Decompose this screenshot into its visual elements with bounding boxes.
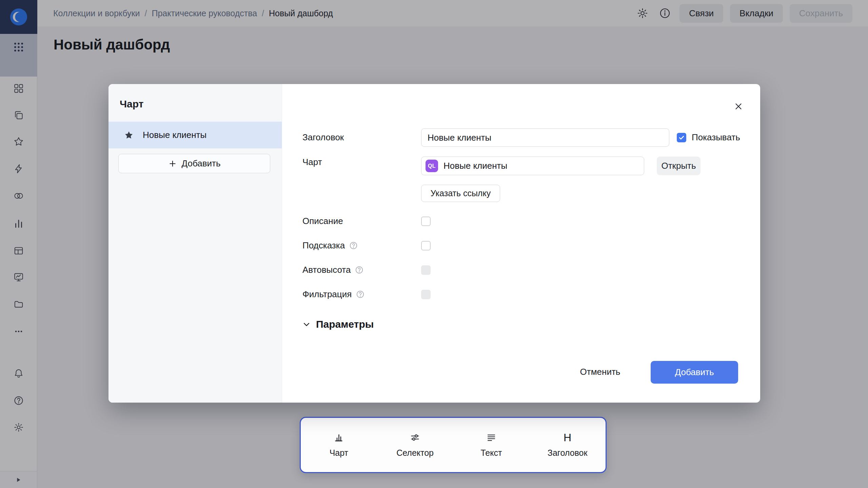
specify-link-button[interactable]: Указать ссылку [421, 185, 500, 202]
toolbar-item-selector[interactable]: Селектор [377, 418, 453, 472]
title-field-label: Заголовок [302, 132, 344, 143]
description-checkbox[interactable] [421, 217, 431, 226]
chart-field-label: Чарт [302, 157, 322, 167]
filtering-label: Фильтрация [302, 289, 365, 300]
heading-icon: H [564, 432, 571, 443]
params-section-title: Параметры [316, 319, 374, 330]
autoheight-label-text: Автовысота [302, 265, 351, 275]
widget-list-item-selected[interactable]: Новые клиенты [108, 122, 282, 148]
plus-icon [168, 159, 177, 168]
check-icon [678, 134, 685, 141]
show-title-control: Показывать [677, 132, 740, 143]
autoheight-label: Автовысота [302, 265, 364, 275]
show-title-checkbox-label: Показывать [692, 132, 740, 143]
tooltip-checkbox[interactable] [421, 241, 431, 250]
open-chart-button[interactable]: Открыть [657, 157, 701, 175]
chart-select-field[interactable]: QL Новые клиенты [421, 157, 644, 175]
autoheight-help-button[interactable] [355, 265, 364, 274]
toolbar-item-label: Селектор [396, 448, 434, 458]
cancel-button[interactable]: Отменить [575, 362, 626, 381]
filtering-checkbox [421, 290, 431, 299]
toolbar-item-text[interactable]: Текст [453, 418, 530, 472]
show-title-checkbox[interactable] [677, 133, 686, 142]
widget-title-input[interactable] [421, 128, 669, 147]
tooltip-label: Подсказка [302, 240, 358, 251]
question-circle-icon [349, 241, 358, 250]
text-lines-icon [486, 432, 497, 443]
title-field-label-text: Заголовок [302, 132, 344, 143]
filtering-help-button[interactable] [356, 290, 365, 299]
chevron-down-icon [302, 320, 311, 328]
toolbar-item-label: Заголовок [548, 448, 588, 458]
bar-chart-icon [333, 432, 344, 443]
widget-toolbar: Чарт Селектор Текст H Заголовок [300, 417, 607, 473]
dialog-panel-title: Чарт [120, 98, 143, 110]
description-label: Описание [302, 216, 343, 226]
question-circle-icon [355, 265, 364, 274]
dialog-widget-list-panel: Чарт Новые клиенты Добавить [108, 84, 282, 403]
toolbar-item-label: Текст [480, 448, 502, 458]
star-filled-icon [124, 130, 134, 140]
add-button[interactable]: Добавить [651, 361, 738, 384]
tooltip-help-button[interactable] [349, 241, 358, 250]
toolbar-item-label: Чарт [330, 448, 348, 458]
widget-list-item-label: Новые клиенты [143, 130, 206, 140]
tooltip-label-text: Подсказка [302, 240, 345, 251]
dialog-close-button[interactable] [731, 99, 746, 114]
chart-select-value: Новые клиенты [443, 161, 507, 171]
autoheight-checkbox [421, 265, 431, 275]
chart-field-label-text: Чарт [302, 157, 322, 167]
description-label-text: Описание [302, 216, 343, 226]
toolbar-item-chart[interactable]: Чарт [301, 418, 377, 472]
sliders-icon [410, 432, 420, 443]
question-circle-icon [356, 290, 365, 299]
close-icon [733, 101, 744, 111]
params-section-toggle[interactable]: Параметры [302, 319, 374, 330]
panel-add-button[interactable]: Добавить [118, 154, 270, 173]
add-widget-dialog: Чарт Новые клиенты Добавить [108, 84, 760, 403]
filtering-label-text: Фильтрация [302, 289, 352, 300]
panel-add-button-label: Добавить [182, 158, 221, 169]
ql-badge: QL [426, 160, 438, 172]
toolbar-item-heading[interactable]: H Заголовок [529, 418, 606, 472]
